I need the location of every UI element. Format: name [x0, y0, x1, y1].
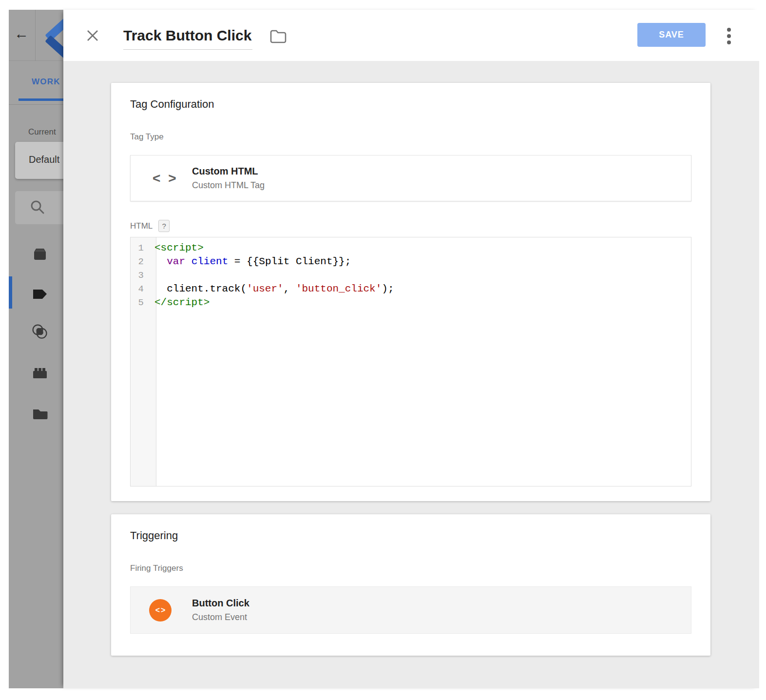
code-line: 1<script>: [131, 241, 691, 255]
more-options-icon[interactable]: [726, 28, 732, 47]
sidebar-item-overview[interactable]: [31, 246, 49, 263]
tag-name: Track Button Click: [123, 27, 251, 43]
sidebar-item-triggers[interactable]: [31, 323, 49, 341]
tag-type-label: Tag Type: [130, 132, 691, 142]
firing-triggers-label: Firing Triggers: [130, 564, 691, 573]
workspace-tabstrip: WORK: [9, 61, 63, 105]
code-rows: 1<script>2 var client = {{Split Client}}…: [131, 237, 691, 310]
tag-name-field[interactable]: Track Button Click: [123, 26, 252, 50]
line-number: 2: [131, 255, 150, 269]
page: ← WORK Current Default: [0, 0, 766, 700]
triggering-heading: Triggering: [130, 514, 691, 542]
line-number: 3: [131, 269, 150, 282]
dimmed-sidebar: ← WORK Current Default: [9, 10, 63, 688]
line-number: 5: [131, 296, 150, 310]
active-nav-indicator: [9, 276, 12, 309]
close-icon[interactable]: [86, 29, 99, 42]
tag-type-description: Custom HTML Tag: [192, 180, 265, 191]
back-arrow-icon[interactable]: ←: [14, 26, 29, 41]
dot: [727, 34, 731, 38]
code-text: <script>: [150, 241, 204, 255]
code-text: </script>: [150, 296, 210, 310]
search-icon: [29, 199, 46, 215]
tag-configuration-card: Tag Configuration Tag Type < > Custom HT…: [111, 83, 710, 501]
code-line: 2 var client = {{Split Client}};: [131, 255, 691, 269]
current-workspace-label: Current: [28, 127, 56, 137]
line-number: 4: [131, 282, 150, 296]
trigger-row[interactable]: <> Button Click Custom Event: [130, 586, 691, 634]
sidebar-item-variables[interactable]: [31, 365, 49, 382]
custom-html-icon: < >: [153, 171, 176, 186]
code-text: client.track('user', 'button_click');: [150, 282, 394, 296]
save-button[interactable]: SAVE: [637, 23, 706, 47]
code-line: 4 client.track('user', 'button_click');: [131, 282, 691, 296]
html-field-row: HTML ?: [130, 219, 691, 233]
tag-type-text: Custom HTML Custom HTML Tag: [192, 166, 265, 191]
dialog-header: Track Button Click SAVE: [63, 10, 759, 61]
html-code-editor[interactable]: 1<script>2 var client = {{Split Client}}…: [130, 237, 691, 486]
code-text: var client = {{Split Client}};: [150, 255, 351, 269]
line-number: 1: [131, 241, 150, 255]
workspace-card[interactable]: Default: [15, 142, 63, 179]
tab-active-underline: [19, 98, 63, 101]
topbar-divider: [35, 10, 36, 61]
tag-type-selector[interactable]: < > Custom HTML Custom HTML Tag: [130, 155, 691, 201]
trigger-text: Button Click Custom Event: [192, 598, 249, 622]
trigger-name: Button Click: [192, 598, 249, 609]
custom-event-icon: <>: [149, 599, 172, 622]
tag-type-name: Custom HTML: [192, 166, 265, 177]
tag-configuration-heading: Tag Configuration: [130, 83, 691, 111]
dialog-body: Tag Configuration Tag Type < > Custom HT…: [63, 61, 759, 688]
sidebar-item-folders[interactable]: [31, 406, 49, 423]
triggering-card: Triggering Firing Triggers <> Button Cli…: [111, 514, 710, 656]
search-input[interactable]: [15, 191, 63, 224]
html-label: HTML: [130, 221, 153, 231]
trigger-type: Custom Event: [192, 612, 249, 622]
code-text: [150, 269, 154, 282]
dot: [727, 40, 731, 44]
tag-editor-dialog: Track Button Click SAVE Tag Configuratio…: [63, 10, 759, 688]
dot: [727, 28, 731, 32]
workspace-name: Default: [29, 154, 59, 165]
gtm-logo-arm: [45, 35, 63, 60]
folder-icon[interactable]: [269, 29, 287, 44]
angle-brackets-glyph: <>: [154, 606, 167, 615]
code-line: 5</script>: [131, 296, 691, 310]
tab-workspace[interactable]: WORK: [32, 77, 60, 87]
gtm-logo-icon: [43, 20, 63, 52]
code-line: 3: [131, 269, 691, 282]
app-topbar: ←: [9, 10, 63, 61]
sidebar-item-tags[interactable]: [31, 286, 49, 303]
help-icon[interactable]: ?: [158, 220, 170, 232]
